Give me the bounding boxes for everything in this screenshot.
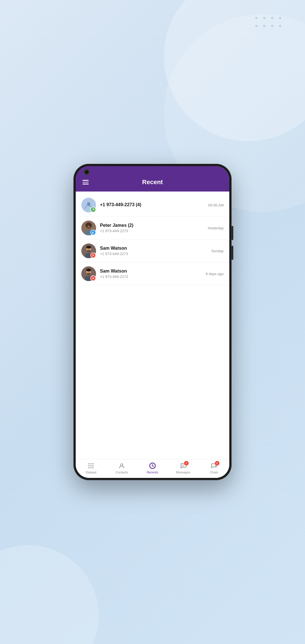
bottom-nav: Dialpad Contacts [76,459,229,478]
svg-point-17 [87,273,91,275]
recents-svg [149,462,156,469]
nav-item-chats[interactable]: 2 Chats [199,459,229,476]
phone-frame: Recent [73,164,232,480]
recent-item[interactable]: Peter James (2) +1 973-449-2273 Yesterda… [76,217,229,240]
messages-icon: 2 [180,462,187,469]
dialpad-icon [87,462,95,469]
incoming-arrow-icon [92,231,95,234]
item-info: Sam Watson +1 973-449-2273 [100,246,209,256]
recent-item[interactable]: Sam Watson +1 973-449-2273 Sunday [76,240,229,262]
svg-point-25 [90,467,91,468]
call-type-badge [90,275,96,281]
messages-badge: 2 [184,461,189,465]
nav-item-recents[interactable]: Recents [137,459,168,476]
chats-icon: 2 [210,462,218,469]
item-time: Yesterday [208,226,224,230]
svg-point-10 [86,246,91,249]
svg-point-23 [92,465,93,466]
contacts-svg [118,462,125,469]
svg-point-27 [121,464,123,466]
item-name: Sam Watson [100,246,209,251]
svg-point-24 [88,467,90,468]
item-info: Sam Watson +1 973-449-2273 [100,269,203,279]
call-type-badge [90,207,96,212]
item-info: Peter James (2) +1 973-449-2273 [100,223,205,233]
recents-icon [149,462,156,469]
outgoing-arrow-icon [92,208,95,211]
nav-label-dialpad: Dialpad [86,471,96,474]
svg-point-18 [88,463,90,464]
dot-grid-decoration [255,17,282,28]
volume-down-button[interactable] [232,246,233,260]
recent-item[interactable]: Sam Watson +1 973-449-2273 8 days ago [76,262,229,285]
svg-point-21 [88,465,90,466]
item-time: 09:56 AM [208,203,224,207]
nav-item-contacts[interactable]: Contacts [106,459,137,476]
item-name: +1 973-449-2273 (4) [100,202,206,207]
nav-item-messages[interactable]: 2 Messages [168,459,199,476]
item-time: 8 days ago [206,272,224,276]
call-type-badge [90,253,96,258]
page-title: Recent [89,179,216,186]
item-time: Sunday [211,249,224,253]
missed-icon-2 [92,277,95,280]
nav-item-dialpad[interactable]: Dialpad [76,459,106,476]
menu-button[interactable] [82,179,89,186]
item-info: +1 973-449-2273 (4) [100,202,206,208]
dialpad-svg [88,462,94,469]
item-number: +1 973-449-2273 [100,229,205,233]
nav-label-recents: Recents [147,471,158,474]
item-name: Peter James (2) [100,223,205,228]
bg-decoration [0,545,99,644]
recent-list: +1 973-449-2273 (4) 09:56 AM [76,192,229,459]
chats-badge: 2 [215,461,219,465]
content-area: +1 973-449-2273 (4) 09:56 AM [76,192,229,478]
svg-point-7 [87,227,91,229]
avatar-wrap [81,243,96,258]
avatar-wrap [81,221,96,235]
phone-screen: Recent [76,166,229,478]
app-header: Recent [76,166,229,192]
avatar-wrap [81,266,96,281]
nav-label-contacts: Contacts [116,471,128,474]
item-number: +1 973-449-2273 [100,275,203,279]
avatar-wrap [81,198,96,212]
svg-point-15 [86,269,91,271]
svg-point-0 [87,202,90,206]
nav-label-messages: Messages [176,471,190,474]
call-type-badge [90,230,96,235]
nav-label-chats: Chats [210,471,218,474]
front-camera [84,169,90,175]
volume-up-button[interactable] [232,226,233,240]
contacts-icon [118,462,125,469]
svg-point-12 [87,250,91,252]
item-number: +1 973-449-2273 [100,252,209,256]
svg-point-22 [90,465,91,466]
recent-item[interactable]: +1 973-449-2273 (4) 09:56 AM [76,194,229,217]
item-name: Sam Watson [100,269,203,274]
missed-icon [92,254,95,257]
svg-point-19 [90,463,91,464]
svg-point-20 [92,463,93,464]
svg-point-26 [92,467,93,468]
